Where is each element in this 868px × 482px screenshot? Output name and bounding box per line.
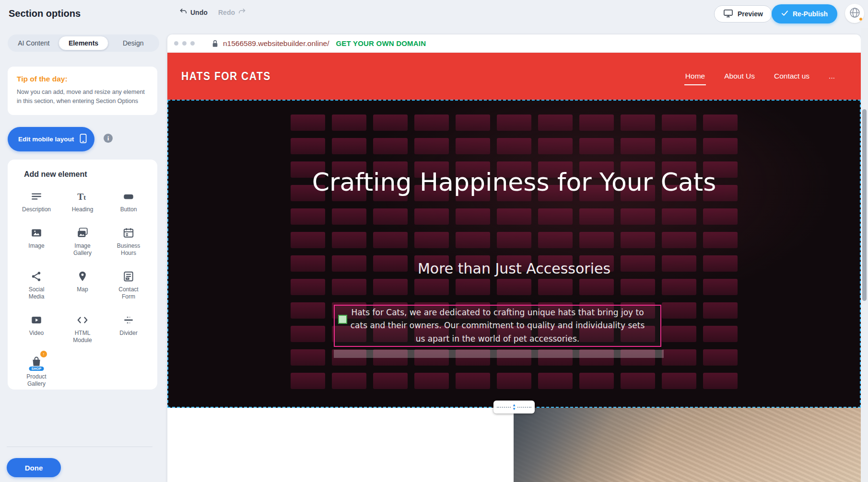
- hero-tile: [456, 208, 490, 225]
- nav-more[interactable]: ...: [828, 69, 836, 83]
- app-window: Section options Undo Redo Preview Re-Pub…: [0, 0, 868, 482]
- check-icon: [781, 10, 788, 18]
- element-label: Video: [29, 330, 44, 337]
- resize-arrows-icon: ▲▼: [511, 403, 517, 411]
- element-button[interactable]: Button: [106, 188, 152, 213]
- redo-icon: [238, 8, 246, 17]
- site-url: n1566589.websitebuilder.online/: [223, 39, 329, 48]
- hero-title[interactable]: Crafting Happiness for Your Cats: [255, 163, 773, 202]
- svg-text:i: i: [107, 135, 109, 142]
- element-heading[interactable]: TtHeading: [59, 188, 106, 213]
- tab-design[interactable]: Design: [108, 36, 158, 50]
- tip-title: Tip of the day:: [17, 75, 148, 83]
- scrollbar-thumb[interactable]: [862, 109, 867, 301]
- hero-tile: [291, 279, 325, 295]
- nav-home[interactable]: Home: [684, 69, 706, 83]
- button-icon: [122, 188, 135, 203]
- hero-tile: [291, 326, 325, 342]
- divider-icon: [122, 312, 135, 326]
- element-html-module[interactable]: HTML Module: [59, 312, 106, 344]
- element-label: Button: [120, 206, 137, 213]
- hero-tile: [703, 115, 738, 131]
- done-button[interactable]: Done: [7, 458, 61, 477]
- element-social-media[interactable]: Social Media: [13, 268, 59, 300]
- product-gallery-icon: SHOP↑: [30, 356, 43, 370]
- svg-text:T: T: [77, 192, 83, 202]
- heading-icon: Tt: [76, 188, 89, 203]
- element-business-hours[interactable]: Business Hours: [106, 225, 152, 257]
- element-ghost-strip: [334, 350, 664, 358]
- nav-contact-us[interactable]: Contact us: [773, 69, 810, 83]
- site-canvas: HATS FOR CATS HomeAbout UsContact us... …: [167, 53, 861, 482]
- nav-about-us[interactable]: About Us: [723, 69, 756, 83]
- hero-tile: [291, 208, 325, 225]
- hero-tile: [621, 232, 655, 248]
- info-icon[interactable]: i: [103, 133, 113, 145]
- element-label: Divider: [119, 330, 137, 337]
- hero-tile: [662, 115, 696, 131]
- section-photo: [514, 408, 861, 482]
- hero-tile: [662, 349, 696, 366]
- hero-tile: [662, 208, 696, 225]
- hero-subtitle[interactable]: More than Just Accessories: [168, 260, 860, 277]
- undo-button[interactable]: Undo: [179, 8, 208, 17]
- element-image[interactable]: Image: [13, 225, 59, 257]
- tab-ai-content[interactable]: AI Content: [9, 36, 59, 50]
- hero-tile: [414, 208, 449, 225]
- element-description[interactable]: Description: [13, 188, 59, 213]
- element-map[interactable]: Map: [59, 268, 106, 300]
- hero-tile: [497, 232, 531, 248]
- add-element-title: Add new element: [24, 170, 152, 179]
- hero-tile: [538, 373, 573, 389]
- hero-tile: [579, 232, 614, 248]
- hero-tile: [497, 138, 531, 154]
- hero-tile: [497, 279, 531, 295]
- hero-tile: [373, 115, 408, 131]
- hero-tile: [703, 138, 738, 154]
- video-icon: [30, 312, 43, 326]
- element-video[interactable]: Video: [13, 312, 59, 344]
- element-label: Heading: [72, 206, 94, 213]
- hero-section-selected[interactable]: Crafting Happiness for Your Cats More th…: [167, 100, 861, 408]
- hero-tile: [703, 349, 738, 366]
- hero-tile: [703, 279, 738, 295]
- element-product-gallery[interactable]: SHOP↑Product Gallery: [13, 356, 59, 388]
- hero-paragraph-text: Hats for Cats, we are dedicated to craft…: [335, 306, 660, 345]
- element-divider[interactable]: Divider: [106, 312, 152, 344]
- undo-label: Undo: [190, 9, 208, 16]
- redo-button[interactable]: Redo: [218, 8, 246, 17]
- hero-tile: [579, 279, 614, 295]
- upgrade-badge-icon: ↑: [40, 351, 47, 357]
- hero-tile: [332, 115, 366, 131]
- language-globe-button[interactable]: [845, 4, 864, 23]
- element-image-gallery[interactable]: Image Gallery: [59, 225, 106, 257]
- notification-dot: [859, 17, 863, 21]
- next-section[interactable]: [167, 408, 861, 482]
- site-nav: HomeAbout UsContact us...: [684, 53, 836, 100]
- hero-tile: [497, 208, 531, 225]
- element-contact-form[interactable]: Contact Form: [106, 268, 152, 300]
- hero-tile-pattern: [291, 115, 738, 389]
- hero-paragraph-selected[interactable]: Hats for Cats, we are dedicated to craft…: [334, 305, 661, 347]
- site-logo[interactable]: HATS FOR CATS: [181, 70, 271, 83]
- hero-tile: [414, 115, 449, 131]
- edit-mobile-layout-button[interactable]: Edit mobile layout: [8, 127, 94, 151]
- element-drag-handle[interactable]: [338, 315, 347, 324]
- republish-button[interactable]: Re-Publish: [772, 4, 837, 23]
- html-module-icon: [76, 312, 89, 326]
- hero-tile: [703, 232, 738, 248]
- element-label: Map: [77, 286, 88, 293]
- section-resize-handle[interactable]: ▲▼: [493, 401, 535, 413]
- hero-tile: [538, 279, 573, 295]
- hero-tile: [497, 373, 531, 389]
- hero-tile: [332, 232, 366, 248]
- hero-tile: [414, 138, 449, 154]
- hero-tile: [414, 232, 449, 248]
- get-domain-link[interactable]: GET YOUR OWN DOMAIN: [336, 39, 426, 47]
- description-icon: [30, 188, 43, 203]
- hero-tile: [662, 138, 696, 154]
- hero-tile: [703, 326, 738, 342]
- phone-icon: [80, 133, 87, 145]
- preview-button[interactable]: Preview: [714, 5, 772, 23]
- tab-elements[interactable]: Elements: [59, 36, 109, 50]
